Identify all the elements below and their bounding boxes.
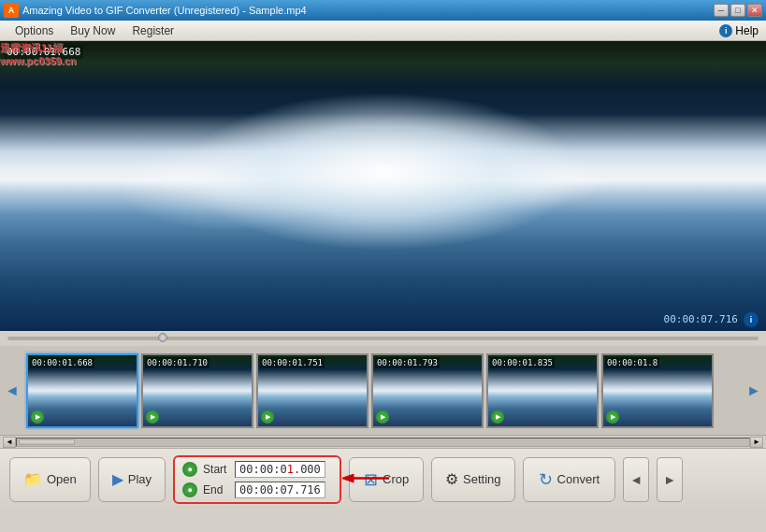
scroll-right-button[interactable]: ► [750,437,763,448]
prev-frame-button[interactable]: ◄ [623,457,649,502]
frame-time-2: 00:00:01.751 [260,357,325,368]
start-time-value[interactable]: 00:00:01.000 [235,461,325,478]
filmstrip-frame-3[interactable]: 00:00:01.793 ▶ [371,353,484,428]
maximize-button[interactable]: □ [730,4,745,17]
start-time-row: ● Start 00:00:01.000 [182,461,332,478]
left-nav-arrow-icon: ◄ [3,377,22,405]
seek-bar-track[interactable] [7,337,759,340]
prev-arrow-icon: ◄ [629,472,643,487]
play-label: Play [128,472,152,486]
convert-icon: ↻ [539,469,553,490]
title-bar-buttons: ─ □ ✕ [714,4,762,17]
menu-help[interactable]: i Help [719,24,759,37]
crop-label: Crop [383,472,409,486]
scroll-left-button[interactable]: ◄ [3,437,16,448]
open-label: Open [47,472,77,486]
filmstrip-frame-4[interactable]: 00:00:01.835 ▶ [486,353,599,428]
start-label: Start [203,463,229,476]
frame-time-1: 00:00:01.710 [145,357,210,368]
time-range-group: ● Start 00:00:01.000 ● End 00:00:07.716 [173,455,341,504]
filmstrip-frame-0[interactable]: 00:00:01.668 ▶ [26,353,138,428]
convert-button[interactable]: ↻ Convert [523,457,616,502]
scrollbar-track[interactable] [16,438,750,447]
frame-time-4: 00:00:01.835 [490,357,555,368]
filmstrip-frame-1[interactable]: 00:00:01.710 ▶ [141,353,253,428]
help-label[interactable]: Help [735,24,759,37]
frame-time-3: 00:00:01.793 [375,357,440,368]
filmstrip-next-button[interactable]: ► [742,355,766,425]
end-time-row: ● End 00:00:07.716 [182,482,332,498]
crop-button[interactable]: ⊠ Crop [349,457,424,502]
frame-time-5: 00:00:01.8 [605,357,659,368]
current-timestamp: 00:00:01.668 [4,45,83,59]
frame-play-icon-2: ▶ [261,410,274,424]
title-bar: A Amazing Video to GIF Converter (Unregi… [0,0,766,21]
video-frame [0,41,766,331]
setting-label: Setting [463,472,500,486]
frame-time-0: 00:00:01.668 [30,357,94,368]
play-icon: ▶ [112,470,123,488]
start-dot-icon: ● [182,462,197,477]
seek-bar-container [0,331,766,346]
title-bar-left: A Amazing Video to GIF Converter (Unregi… [4,3,307,18]
minimize-button[interactable]: ─ [714,4,729,17]
video-player[interactable]: 迅雷资讯11福 www.pc0359.cn 00:00:01.668 00:00… [0,41,766,331]
filmstrip-prev-button[interactable]: ◄ [0,355,24,425]
end-dot-icon: ● [182,482,197,497]
setting-button[interactable]: ⚙ Setting [431,457,514,502]
start-time-prefix: 00:00:0 [239,463,287,476]
frame-play-icon-4: ▶ [491,410,504,424]
info-icon[interactable]: i [744,312,759,327]
filmstrip-scroll: 00:00:01.668 ▶ 00:00:01.710 ▶ 00:00:01.7… [24,351,766,430]
horizontal-scrollbar[interactable]: ◄ ► [0,435,766,448]
seek-bar-thumb[interactable] [158,333,167,342]
end-label: End [203,483,229,496]
frame-play-icon-5: ▶ [606,410,619,424]
help-icon: i [719,24,732,37]
app-icon: A [4,3,19,18]
crop-icon: ⊠ [364,469,378,490]
end-time-value[interactable]: 00:00:07.716 [235,482,325,498]
open-button[interactable]: 📁 Open [9,457,91,502]
convert-label: Convert [557,472,600,486]
right-nav-arrow-icon: ► [744,377,763,405]
start-time-suffix: .000 [294,463,321,476]
close-button[interactable]: ✕ [747,4,762,17]
menu-bar: Options Buy Now Register i Help [0,21,766,41]
scrollbar-thumb[interactable] [19,439,75,445]
next-arrow-icon: ► [663,472,676,487]
filmstrip-frame-2[interactable]: 00:00:01.751 ▶ [256,353,369,428]
filmstrip-frame-5[interactable]: 00:00:01.8 ▶ [601,353,714,428]
controls-bar: 📁 Open ▶ Play ● Start 00:00:01.000 ● End… [0,448,766,510]
menu-options[interactable]: Options [7,22,61,39]
folder-icon: 📁 [23,470,42,488]
frame-play-icon-0: ▶ [31,410,44,424]
filmstrip: ◄ 00:00:01.668 ▶ 00:00:01.710 ▶ 00:00:01… [0,346,766,435]
start-time-highlight: 1 [287,463,294,476]
gear-icon: ⚙ [445,470,458,488]
menu-register[interactable]: Register [124,22,181,39]
play-button[interactable]: ▶ Play [98,457,166,502]
menu-buynow[interactable]: Buy Now [63,22,123,39]
total-duration: 00:00:07.716 [664,313,738,325]
window-title: Amazing Video to GIF Converter (Unregist… [22,5,307,16]
frame-play-icon-1: ▶ [146,410,159,424]
next-frame-button[interactable]: ► [657,457,683,502]
frame-play-icon-3: ▶ [376,410,389,424]
